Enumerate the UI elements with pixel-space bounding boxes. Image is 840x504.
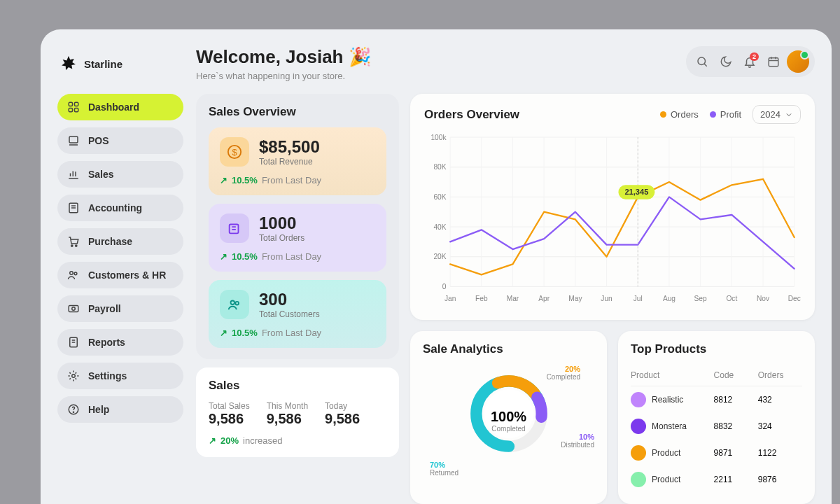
svg-text:Oct: Oct [726,295,737,302]
svg-point-31 [235,302,239,305]
sales-overview-card: Sales Overview $ $85,500 Total Revenue ↗ [196,94,399,359]
reports-icon [67,336,80,349]
svg-point-16 [76,245,77,246]
stat-revenue: $ $85,500 Total Revenue ↗ 10.5% From Las… [209,127,386,195]
pos-icon [67,134,80,147]
svg-rect-10 [69,136,78,143]
sales-metric: Total Sales9,586 [209,401,250,427]
svg-text:80K: 80K [433,163,446,171]
svg-point-24 [72,374,76,378]
svg-text:100k: 100k [430,134,447,141]
theme-toggle[interactable] [715,51,736,72]
sidebar-item-settings[interactable]: Settings [57,363,183,389]
svg-text:20K: 20K [433,253,446,260]
sidebar-item-customers-hr[interactable]: Customers & HR [57,262,183,288]
top-products-title: Top Products [631,342,802,356]
stat-customers: 300 Total Customers ↗ 10.5% From Last Da… [209,280,386,348]
brand-name: Starline [84,58,122,70]
customers-label: Total Customers [259,309,320,319]
svg-point-17 [70,272,74,275]
revenue-label: Total Revenue [259,157,320,167]
svg-rect-19 [69,306,78,312]
sidebar-item-label: POS [88,135,109,146]
svg-text:Feb: Feb [475,295,488,302]
table-row[interactable]: Product98711122 [631,440,802,466]
welcome-title: Welcome, Josiah 🎉 [196,46,371,68]
sales-icon [67,168,80,181]
sales-delta-note: increased [243,435,282,446]
trend-up-icon: ↗ [220,328,227,338]
donut-center: 100% Completed [491,409,526,433]
svg-text:Apr: Apr [538,295,550,302]
svg-text:May: May [568,295,582,302]
customers-icon [220,290,249,319]
trend-up-icon: ↗ [209,435,216,446]
svg-text:40K: 40K [433,223,446,231]
sales-metric: Today9,586 [325,401,360,427]
svg-text:Jun: Jun [601,295,612,302]
sales-box: Sales Total Sales9,586This Month9,586Tod… [196,368,399,457]
year-select[interactable]: 2024 [752,105,801,124]
orders-delta-note: From Last Day [262,251,321,262]
svg-text:60K: 60K [433,193,446,201]
customers-delta: 10.5% [232,328,258,338]
welcome-block: Welcome, Josiah 🎉 Here`s what happening … [196,46,371,81]
sidebar-item-reports[interactable]: Reports [57,329,183,356]
svg-rect-6 [69,102,72,106]
orders-overview-title: Orders Overview [424,108,519,122]
svg-rect-9 [75,108,78,112]
settings-icon [67,370,80,382]
trend-up-icon: ↗ [220,251,227,262]
svg-rect-7 [75,102,78,106]
customers-delta-note: From Last Day [262,328,321,338]
sidebar-item-label: Payroll [88,303,121,314]
purchase-icon [67,235,80,248]
sidebar-item-label: Customers & HR [88,270,166,281]
sales-metric: This Month9,586 [267,401,308,427]
dollar-icon: $ [220,137,249,167]
sidebar-item-label: Accounting [88,202,142,214]
sidebar-item-dashboard[interactable]: Dashboard [57,94,183,120]
chevron-down-icon [785,111,793,119]
legend-orders: Orders [660,109,699,120]
sidebar-item-sales[interactable]: Sales [57,161,183,188]
sidebar-item-help[interactable]: Help [57,396,183,423]
svg-rect-2 [769,58,778,66]
sidebar-item-pos[interactable]: POS [57,127,183,154]
sidebar: DashboardPOS SalesAccountingPurchaseCust… [57,94,183,504]
sales-box-title: Sales [209,379,386,393]
svg-text:Aug: Aug [663,295,676,302]
header-actions: 2 [686,46,815,77]
sales-metrics: Total Sales9,586This Month9,586Today9,58… [209,401,386,427]
customers-value: 300 [259,290,320,309]
calendar-icon [767,55,780,68]
donut-label-completed: 20% Completed [547,365,580,381]
sidebar-item-label: Sales [88,169,114,180]
payroll-icon [67,302,80,315]
svg-point-20 [72,307,76,311]
svg-line-1 [704,64,707,66]
table-row[interactable]: Product22119876 [631,466,802,493]
calendar-button[interactable] [763,51,784,72]
orders-value: 1000 [259,214,304,233]
products-header: Product Code Orders [631,365,802,386]
notifications-button[interactable]: 2 [739,51,760,72]
brand: Starline [57,46,183,81]
avatar[interactable] [787,50,809,73]
sidebar-item-accounting[interactable]: Accounting [57,195,183,221]
revenue-value: $85,500 [259,137,320,157]
table-row[interactable]: Monstera8832324 [631,413,802,440]
sidebar-item-label: Help [88,404,109,415]
donut-label-distributed: 10% Distributed [561,433,594,449]
orders-label: Total Orders [259,233,304,243]
svg-point-30 [231,301,235,305]
accounting-icon [67,202,80,214]
table-row[interactable]: Realistic8812432 [631,386,802,413]
legend-profit: Profit [710,109,741,120]
stat-orders: 1000 Total Orders ↗ 10.5% From Last Day [209,204,386,272]
svg-text:Jul: Jul [634,295,643,302]
sidebar-item-purchase[interactable]: Purchase [57,228,183,255]
svg-rect-8 [69,108,72,112]
sidebar-item-payroll[interactable]: Payroll [57,295,183,322]
search-button[interactable] [692,51,713,72]
